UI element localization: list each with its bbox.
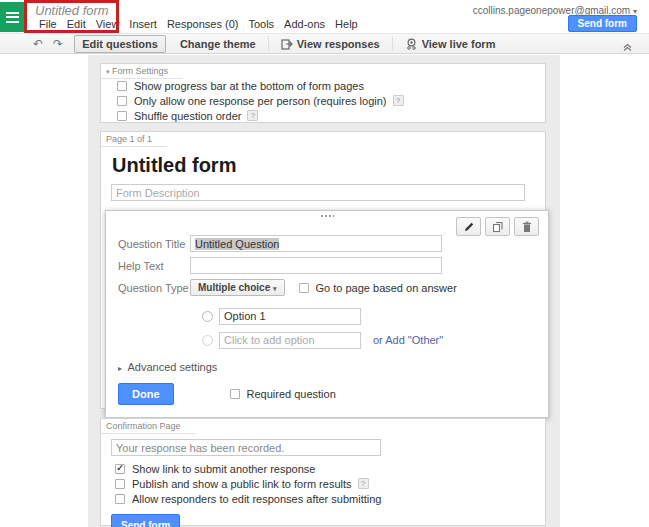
- view-live-form-label: View live form: [422, 38, 496, 50]
- setting-row-one-response: ✓ Only allow one response per person (re…: [117, 94, 545, 107]
- form-settings-panel: ▾ Form Settings ✓ Show progress bar at t…: [100, 63, 546, 123]
- advanced-settings-toggle[interactable]: ▸ Advanced settings: [118, 361, 548, 373]
- menu-addons[interactable]: Add-ons: [279, 17, 330, 31]
- menu-insert[interactable]: Insert: [124, 17, 162, 31]
- menu-view[interactable]: View: [91, 17, 125, 31]
- duplicate-question-button[interactable]: [485, 217, 510, 236]
- go-to-page-option: ✓ Go to page based on answer: [299, 282, 457, 294]
- confirmation-page-panel: Confirmation Page ✓ Show link to submit …: [100, 418, 546, 526]
- menu-bar: FileEditViewInsertResponses (0)ToolsAdd-…: [34, 17, 363, 31]
- chevron-down-icon: ▾: [106, 68, 110, 75]
- menu-help[interactable]: Help: [330, 17, 363, 31]
- menu-responses[interactable]: Responses (0): [162, 17, 244, 31]
- option-1-input[interactable]: [219, 308, 361, 325]
- view-responses-button[interactable]: View responses: [273, 36, 388, 52]
- chevron-right-icon: ▸: [118, 364, 122, 373]
- undo-icon[interactable]: ↶: [33, 38, 43, 50]
- show-link-checkbox[interactable]: ✓: [115, 464, 125, 474]
- form-settings-tab[interactable]: ▾ Form Settings: [101, 64, 183, 79]
- done-row: Done ✓ Required question: [118, 383, 548, 405]
- duplicate-icon: [492, 221, 504, 233]
- pencil-icon: [463, 221, 475, 233]
- view-responses-label: View responses: [297, 38, 380, 50]
- forms-app-icon[interactable]: [0, 2, 25, 32]
- option-row-1: [202, 307, 548, 325]
- chevron-down-icon: ▾: [273, 285, 277, 292]
- setting-row-progress-bar: ✓ Show progress bar at the bottom of for…: [117, 79, 545, 92]
- confirm-option-label: Publish and show a public link to form r…: [132, 478, 352, 490]
- question-edit-card: Question Title Untitled Question Help Te…: [105, 210, 549, 418]
- shuffle-checkbox[interactable]: ✓: [117, 111, 127, 121]
- add-option-radio[interactable]: [202, 335, 213, 346]
- google-forms-editor: Untitled form FileEditViewInsertResponse…: [0, 0, 649, 527]
- page-tab-label: Page 1 of 1: [106, 134, 152, 144]
- question-type-label: Question Type: [118, 282, 190, 294]
- collapse-toolbar-icon[interactable]: [622, 38, 633, 56]
- question-title-label: Question Title: [118, 238, 190, 250]
- toolbar: ↶ ↷ Edit questions Change theme View res…: [0, 33, 649, 54]
- spreadsheet-export-icon: [281, 38, 293, 50]
- question-type-dropdown[interactable]: Multiple choice ▾: [190, 279, 285, 296]
- redo-icon[interactable]: ↷: [53, 38, 63, 50]
- editor-canvas: ▾ Form Settings ✓ Show progress bar at t…: [88, 55, 560, 527]
- edit-responses-checkbox[interactable]: ✓: [115, 494, 125, 504]
- help-icon[interactable]: ?: [358, 478, 369, 489]
- done-button[interactable]: Done: [118, 383, 174, 405]
- required-question-option: ✓ Required question: [230, 388, 336, 400]
- question-title-input[interactable]: Untitled Question: [190, 235, 442, 252]
- form-description-input[interactable]: [111, 184, 525, 201]
- toolbar-separator: [392, 37, 393, 51]
- go-to-page-label: Go to page based on answer: [316, 282, 457, 294]
- go-to-page-checkbox[interactable]: ✓: [299, 283, 309, 293]
- form-title[interactable]: Untitled form: [112, 154, 545, 177]
- setting-label: Only allow one response per person (requ…: [134, 95, 387, 107]
- confirm-option-label: Show link to submit another response: [132, 463, 315, 475]
- page-tab[interactable]: Page 1 of 1: [101, 132, 167, 147]
- help-icon[interactable]: ?: [393, 95, 404, 106]
- document-title[interactable]: Untitled form: [35, 3, 109, 18]
- required-question-label: Required question: [247, 388, 336, 400]
- question-actions: [456, 217, 539, 236]
- change-theme-button[interactable]: Change theme: [172, 36, 264, 52]
- drag-handle-icon[interactable]: [320, 214, 334, 218]
- setting-label: Show progress bar at the bottom of form …: [134, 80, 364, 92]
- setting-label: Shuffle question order: [134, 110, 241, 122]
- menu-tools[interactable]: Tools: [243, 17, 279, 31]
- view-live-form-button[interactable]: View live form: [397, 36, 504, 52]
- toolbar-separator: [268, 37, 269, 51]
- delete-question-button[interactable]: [514, 217, 539, 236]
- edit-question-button[interactable]: [456, 217, 481, 236]
- confirmation-page-tab[interactable]: Confirmation Page: [101, 419, 196, 434]
- help-icon[interactable]: ?: [247, 110, 258, 121]
- option-radio[interactable]: [202, 311, 213, 322]
- option-row-add: or Add "Other": [202, 331, 548, 349]
- confirmation-message-input[interactable]: [111, 439, 381, 456]
- progress-bar-checkbox[interactable]: ✓: [117, 81, 127, 91]
- add-option-input[interactable]: [219, 332, 361, 349]
- confirm-option-label: Allow responders to edit responses after…: [132, 493, 381, 505]
- send-form-button-bottom[interactable]: Send form: [111, 514, 180, 527]
- confirm-row-edit-responses: ✓ Allow responders to edit responses aft…: [115, 492, 545, 505]
- setting-row-shuffle: ✓ Shuffle question order ?: [117, 109, 545, 122]
- help-text-row: Help Text: [118, 257, 548, 274]
- question-type-row: Question Type Multiple choice ▾ ✓ Go to …: [118, 279, 548, 296]
- help-text-input[interactable]: [190, 257, 442, 274]
- menu-edit[interactable]: Edit: [62, 17, 91, 31]
- question-type-value: Multiple choice: [198, 282, 270, 293]
- confirmation-page-tab-label: Confirmation Page: [106, 421, 181, 431]
- menu-lines-icon: [6, 12, 19, 23]
- trash-icon: [521, 221, 533, 233]
- menu-file[interactable]: File: [34, 17, 62, 31]
- required-question-checkbox[interactable]: ✓: [230, 389, 240, 399]
- question-title-row: Question Title Untitled Question: [118, 235, 548, 252]
- confirm-row-publish: ✓ Publish and show a public link to form…: [115, 477, 545, 490]
- help-text-label: Help Text: [118, 260, 190, 272]
- send-form-button-header[interactable]: Send form: [568, 15, 637, 32]
- one-response-checkbox[interactable]: ✓: [117, 96, 127, 106]
- publish-results-checkbox[interactable]: ✓: [115, 479, 125, 489]
- add-other-link[interactable]: or Add "Other": [373, 334, 443, 346]
- page-panel: Page 1 of 1 Untitled form: [100, 131, 546, 409]
- edit-questions-button[interactable]: Edit questions: [74, 35, 166, 53]
- form-settings-tab-label: Form Settings: [112, 66, 168, 76]
- question-title-value: Untitled Question: [195, 238, 279, 250]
